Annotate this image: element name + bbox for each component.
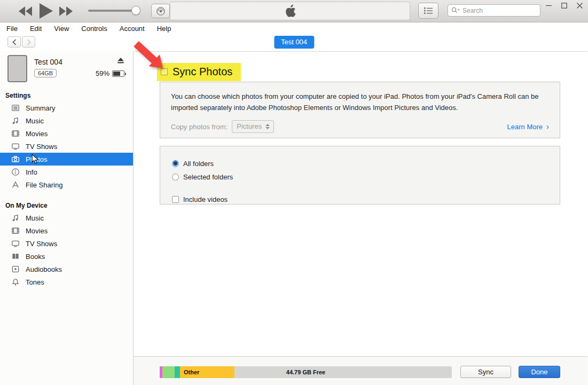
- film-icon: [11, 129, 20, 138]
- chevron-right-icon: [27, 39, 31, 45]
- selected-folders-label: Selected folders: [183, 173, 233, 181]
- footer-bar: Other 44.79 GB Free Sync Done: [134, 356, 587, 385]
- sidebar-item-photos[interactable]: Photos: [0, 153, 133, 166]
- bell-icon: [11, 278, 20, 287]
- device-sidebar: Test 004 64GB 59% Settings Summary: [0, 51, 134, 385]
- rewind-button[interactable]: [19, 6, 33, 18]
- fast-forward-icon: [59, 6, 73, 16]
- menu-edit[interactable]: Edit: [30, 25, 42, 33]
- on-my-device-section-label: On My Device: [5, 202, 133, 209]
- maximize-button[interactable]: [560, 1, 568, 10]
- sidebar-item-label: Audiobooks: [26, 265, 62, 273]
- all-folders-option[interactable]: All folders: [172, 157, 560, 170]
- play-button[interactable]: [40, 3, 53, 20]
- sidebar-item-label: Summary: [26, 104, 56, 112]
- sidebar-item-device-tv-shows[interactable]: TV Shows: [0, 237, 133, 250]
- sidebar-item-tv-shows[interactable]: TV Shows: [0, 140, 133, 153]
- audiobook-icon: [11, 265, 20, 274]
- menu-help[interactable]: Help: [157, 25, 171, 33]
- folder-options-box: All folders Selected folders Include vid…: [160, 146, 560, 205]
- mouse-cursor: [31, 154, 40, 164]
- sidebar-item-movies[interactable]: Movies: [0, 127, 133, 140]
- sidebar-item-device-music[interactable]: Music: [0, 211, 133, 224]
- sidebar-item-label: Music: [26, 117, 44, 125]
- settings-section-label: Settings: [5, 92, 133, 99]
- sidebar-item-label: Movies: [26, 130, 48, 138]
- red-annotation-arrow-icon: [130, 41, 167, 73]
- back-button[interactable]: [7, 36, 21, 48]
- airplay-button[interactable]: [151, 4, 170, 18]
- sidebar-item-music[interactable]: Music: [0, 114, 133, 127]
- main-body: Test 004 64GB 59% Settings Summary: [0, 51, 588, 385]
- sidebar-item-device-movies[interactable]: Movies: [0, 224, 133, 237]
- sidebar-item-label: TV Shows: [26, 240, 57, 248]
- sidebar-item-device-tones[interactable]: Tones: [0, 276, 133, 288]
- close-button[interactable]: [575, 1, 584, 10]
- sidebar-item-label: Books: [26, 253, 45, 261]
- summary-icon: [11, 104, 20, 113]
- sidebar-item-device-books[interactable]: Books: [0, 250, 133, 263]
- sidebar-item-label: File Sharing: [26, 181, 62, 189]
- done-button[interactable]: Done: [519, 366, 560, 378]
- battery-status: 59%: [96, 69, 124, 77]
- search-icon[interactable]: [451, 7, 460, 14]
- info-icon: [11, 168, 20, 177]
- device-tab-badge[interactable]: Test 004: [274, 36, 314, 49]
- copy-photos-from-dropdown[interactable]: Pictures: [232, 120, 274, 133]
- selected-folders-option[interactable]: Selected folders: [172, 170, 560, 184]
- sidebar-item-summary[interactable]: Summary: [0, 101, 133, 114]
- sync-photos-highlight: Sync Photos: [157, 63, 241, 81]
- search-input[interactable]: [462, 7, 527, 14]
- volume-track[interactable]: [88, 10, 137, 12]
- eject-button[interactable]: [117, 57, 124, 66]
- tv-icon: [11, 142, 20, 151]
- device-capacity-badge: 64GB: [34, 69, 57, 77]
- copy-photos-from-label: Copy photos from:: [171, 123, 228, 131]
- view-menu-button[interactable]: [418, 3, 438, 19]
- close-icon: [577, 3, 583, 9]
- menu-bar: File Edit View Controls Account Help: [0, 22, 588, 34]
- forward-button[interactable]: [22, 36, 35, 48]
- capacity-bar: Other 44.79 GB Free: [160, 366, 452, 378]
- battery-icon: [112, 70, 124, 77]
- all-folders-label: All folders: [183, 160, 214, 168]
- list-view-icon: [423, 6, 434, 15]
- include-videos-checkbox[interactable]: [172, 196, 179, 203]
- rewind-icon: [19, 6, 33, 16]
- minimize-button[interactable]: [544, 1, 553, 10]
- learn-more-label: Learn More: [507, 123, 543, 131]
- all-folders-radio[interactable]: [172, 160, 179, 167]
- ipad-device-icon: [7, 55, 27, 82]
- menu-file[interactable]: File: [6, 25, 18, 33]
- volume-knob[interactable]: [131, 6, 140, 15]
- sidebar-item-label: TV Shows: [26, 143, 57, 151]
- menu-account[interactable]: Account: [120, 25, 145, 33]
- minimize-icon: [546, 3, 552, 9]
- selected-folders-radio[interactable]: [172, 174, 179, 180]
- sidebar-item-device-audiobooks[interactable]: Audiobooks: [0, 263, 133, 276]
- navigation-row: Test 004: [0, 34, 588, 51]
- music-icon: [11, 116, 20, 125]
- fast-forward-button[interactable]: [59, 6, 73, 18]
- updown-chevrons-icon: [265, 124, 270, 129]
- status-display: [170, 2, 410, 20]
- include-videos-option[interactable]: Include videos: [172, 193, 560, 206]
- apple-logo-icon: [284, 4, 296, 18]
- chevron-right-icon: ›: [546, 122, 549, 130]
- sidebar-item-label: Info: [26, 168, 37, 176]
- tv-icon: [11, 239, 20, 248]
- camera-icon: [11, 155, 20, 164]
- device-name: Test 004: [34, 58, 62, 66]
- sync-button[interactable]: Sync: [460, 366, 511, 378]
- menu-controls[interactable]: Controls: [81, 25, 107, 33]
- sidebar-item-info[interactable]: Info: [0, 166, 133, 178]
- film-icon: [11, 226, 20, 235]
- menu-view[interactable]: View: [54, 25, 69, 33]
- dropdown-value: Pictures: [237, 122, 262, 130]
- device-header: Test 004 64GB 59%: [0, 51, 133, 84]
- include-videos-label: Include videos: [183, 195, 228, 203]
- itunes-window: File Edit View Controls Account Help Tes…: [0, 0, 588, 385]
- learn-more-link[interactable]: Learn More ›: [507, 123, 549, 131]
- sidebar-item-file-sharing[interactable]: File Sharing: [0, 178, 133, 191]
- file-sharing-icon: [11, 180, 20, 190]
